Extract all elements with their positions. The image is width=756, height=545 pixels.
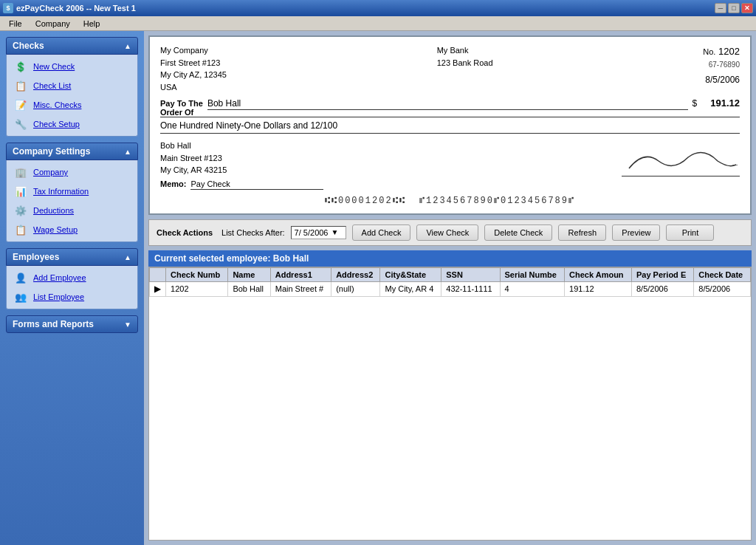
col-name: Name xyxy=(228,267,270,281)
sidebar-item-check-setup[interactable]: 🔧 Check Setup xyxy=(10,115,134,133)
sidebar-item-add-employee[interactable]: 👤 Add Employee xyxy=(10,269,134,287)
check-micr: ⑆⑆00001202⑆⑆ ⑈1234567890⑈0123456789⑈ xyxy=(160,196,740,206)
gear-icon: ⚙️ xyxy=(13,204,29,217)
sidebar-section-employees: Employees ▲ 👤 Add Employee 👥 List Employ… xyxy=(6,248,138,309)
col-check-numb: Check Numb xyxy=(166,267,228,281)
check-date: 8/5/2006 xyxy=(703,73,740,86)
col-address2: Address2 xyxy=(331,267,380,281)
chevron-down-icon: ▼ xyxy=(124,321,131,329)
check-memo-line: Memo: Pay Check xyxy=(160,179,740,190)
menu-help[interactable]: Help xyxy=(78,18,106,30)
table-row[interactable]: ▶1202Bob HallMain Street #(null)My City,… xyxy=(150,281,751,296)
section-label-checks: Checks xyxy=(13,41,44,51)
window-controls: ─ □ ✕ xyxy=(715,3,753,13)
check-actions-label: Check Actions xyxy=(157,228,213,237)
section-header-company[interactable]: Company Settings ▲ xyxy=(6,143,138,160)
col-city-state: City&State xyxy=(380,267,441,281)
building-icon: 🏢 xyxy=(13,165,29,179)
section-header-checks[interactable]: Checks ▲ xyxy=(6,37,138,55)
check-routing: 67-76890 xyxy=(703,59,740,70)
check-list-label: Check List xyxy=(33,81,71,90)
list-employee-label: List Employee xyxy=(33,292,84,301)
section-header-employees[interactable]: Employees ▲ xyxy=(6,248,138,266)
dropdown-arrow-icon[interactable]: ▼ xyxy=(331,228,338,236)
view-check-button[interactable]: View Check xyxy=(416,224,478,241)
check-header: My Company First Street #123 My City AZ,… xyxy=(160,44,740,93)
list-icon: 📋 xyxy=(13,79,29,92)
check-payto-line: Pay To TheOrder Of Bob Hall $ 191.12 xyxy=(160,97,740,117)
dollar-icon: 💲 xyxy=(13,60,29,73)
dollar-sign: $ xyxy=(693,98,698,109)
check-signature: - - xyxy=(622,147,740,176)
section-content-company: 🏢 Company 📊 Tax Information ⚙️ Deduction… xyxy=(6,160,138,242)
restore-button[interactable]: □ xyxy=(728,3,740,13)
main-layout: Checks ▲ 💲 New Check 📋 Check List 📝 Misc… xyxy=(0,31,756,545)
company-name: My Company xyxy=(160,44,227,57)
sidebar-item-deductions[interactable]: ⚙️ Deductions xyxy=(10,202,134,219)
sidebar-item-misc-checks[interactable]: 📝 Misc. Checks xyxy=(10,96,134,114)
payee-addr2: Main Street #123 xyxy=(160,152,227,165)
payee-name: Bob Hall xyxy=(207,98,688,110)
col-amount: Check Amoun xyxy=(565,267,632,281)
section-label-company: Company Settings xyxy=(13,146,90,157)
sidebar-item-company[interactable]: 🏢 Company xyxy=(10,163,134,181)
wage-setup-label: Wage Setup xyxy=(33,225,78,234)
bank-address: 123 Bank Road xyxy=(437,57,493,69)
svg-text:- -: - - xyxy=(732,162,738,168)
memo-label: Memo: xyxy=(160,179,186,188)
sidebar-item-check-list[interactable]: 📋 Check List xyxy=(10,77,134,95)
tax-info-label: Tax Information xyxy=(33,187,89,196)
signature-image: - - xyxy=(622,147,740,176)
sidebar-section-forms: Forms and Reports ▼ xyxy=(6,315,138,333)
company-address1: First Street #123 xyxy=(160,57,227,69)
sidebar: Checks ▲ 💲 New Check 📋 Check List 📝 Misc… xyxy=(0,31,144,545)
col-ssn: SSN xyxy=(441,267,500,281)
check-bank-info: My Bank 123 Bank Road xyxy=(437,44,493,93)
col-serial: Serial Numbe xyxy=(500,267,565,281)
content-area: My Company First Street #123 My City AZ,… xyxy=(144,31,756,545)
app-icon: $ xyxy=(3,3,13,13)
employee-header: Current selected employee: Bob Hall xyxy=(148,250,752,267)
minimize-button[interactable]: ─ xyxy=(715,3,726,13)
section-label-employees: Employees xyxy=(13,252,59,262)
check-amount-words: One Hundred Ninety-One Dollars and 12/10… xyxy=(160,120,740,134)
menu-company[interactable]: Company xyxy=(30,18,76,30)
sidebar-item-tax-info[interactable]: 📊 Tax Information xyxy=(10,182,134,200)
memo-value: Pay Check xyxy=(190,179,323,190)
check-company-info: My Company First Street #123 My City AZ,… xyxy=(160,44,227,93)
company-country: USA xyxy=(160,81,227,94)
col-indicator xyxy=(150,267,166,281)
company-label: Company xyxy=(33,168,68,176)
date-value: 7/ 5/2006 xyxy=(295,228,329,237)
date-picker[interactable]: 7/ 5/2006 ▼ xyxy=(291,226,346,239)
close-button[interactable]: ✕ xyxy=(741,3,753,13)
check-payee-address: Bob Hall Main Street #123 My City, AR 43… xyxy=(160,140,227,176)
chevron-up-icon-2: ▲ xyxy=(124,148,131,156)
employee-section: Current selected employee: Bob Hall Chec… xyxy=(148,250,752,541)
menu-file[interactable]: File xyxy=(3,18,28,30)
check-display: My Company First Street #123 My City AZ,… xyxy=(148,35,752,215)
check-number: 1202 xyxy=(718,46,740,57)
sidebar-item-wage-setup[interactable]: 📋 Wage Setup xyxy=(10,221,134,239)
check-table: Check Numb Name Address1 Address2 City&S… xyxy=(149,267,751,297)
check-table-container[interactable]: Check Numb Name Address1 Address2 City&S… xyxy=(148,267,752,541)
col-address1: Address1 xyxy=(270,267,331,281)
preview-button[interactable]: Preview xyxy=(612,224,660,241)
print-button[interactable]: Print xyxy=(666,224,714,241)
col-check-date: Check Date xyxy=(694,267,751,281)
sidebar-item-list-employee[interactable]: 👥 List Employee xyxy=(10,288,134,306)
sidebar-section-company: Company Settings ▲ 🏢 Company 📊 Tax Infor… xyxy=(6,143,138,242)
list-after-label: List Checks After: xyxy=(221,228,285,237)
deductions-label: Deductions xyxy=(33,206,74,215)
notes-icon: 📝 xyxy=(13,98,29,112)
delete-check-button[interactable]: Delete Check xyxy=(484,224,552,241)
table-header-row: Check Numb Name Address1 Address2 City&S… xyxy=(150,267,751,281)
wrench-icon: 🔧 xyxy=(13,117,29,131)
chevron-up-icon-3: ▲ xyxy=(124,253,131,261)
section-header-forms[interactable]: Forms and Reports ▼ xyxy=(6,315,138,333)
add-check-button[interactable]: Add Check xyxy=(352,224,411,241)
refresh-button[interactable]: Refresh xyxy=(558,224,606,241)
sidebar-item-new-check[interactable]: 💲 New Check xyxy=(10,58,134,75)
check-middle: Bob Hall Main Street #123 My City, AR 43… xyxy=(160,140,740,176)
title-bar: $ ezPayCheck 2006 -- New Test 1 ─ □ ✕ xyxy=(0,0,756,16)
